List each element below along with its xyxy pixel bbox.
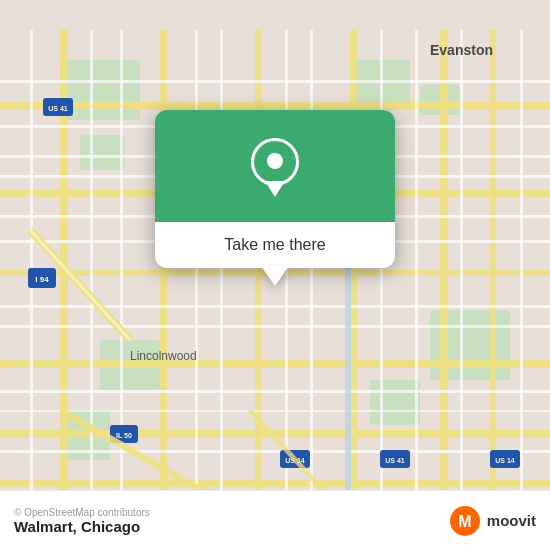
svg-rect-40	[380, 30, 383, 520]
popup-card[interactable]: Take me there	[155, 110, 395, 268]
svg-rect-29	[0, 390, 550, 393]
svg-rect-12	[0, 360, 550, 368]
svg-rect-30	[0, 410, 550, 412]
svg-text:I 94: I 94	[35, 275, 49, 284]
svg-rect-37	[220, 30, 223, 520]
svg-rect-42	[460, 30, 463, 520]
svg-rect-27	[0, 305, 550, 308]
svg-text:US 41: US 41	[48, 105, 68, 112]
attribution-text: © OpenStreetMap contributors	[14, 507, 150, 518]
svg-rect-14	[0, 480, 550, 487]
map-container: I 94 US 41 IL 50 US 14 US 41 US 14 Evans…	[0, 0, 550, 550]
svg-rect-9	[0, 102, 550, 110]
svg-rect-34	[90, 30, 93, 520]
svg-text:US 14: US 14	[495, 457, 515, 464]
bottom-left: © OpenStreetMap contributors Walmart, Ch…	[14, 507, 150, 535]
svg-rect-21	[0, 80, 550, 83]
svg-text:US 41: US 41	[385, 457, 405, 464]
svg-text:Evanston: Evanston	[430, 42, 493, 58]
location-pin-icon	[249, 138, 301, 198]
popup-header	[155, 110, 395, 222]
svg-rect-31	[0, 450, 550, 453]
svg-rect-41	[415, 30, 418, 520]
svg-rect-46	[345, 230, 351, 520]
svg-rect-39	[310, 30, 313, 520]
svg-rect-18	[350, 30, 357, 520]
svg-rect-28	[0, 325, 550, 328]
svg-rect-2	[80, 135, 125, 170]
svg-rect-20	[490, 30, 496, 520]
svg-text:Lincolnwood: Lincolnwood	[130, 349, 197, 363]
svg-rect-19	[440, 30, 448, 520]
svg-rect-43	[520, 30, 523, 520]
moovit-icon: M	[449, 505, 481, 537]
svg-text:M: M	[458, 513, 471, 530]
moovit-logo: M moovit	[449, 505, 536, 537]
svg-rect-16	[160, 30, 167, 520]
place-name: Walmart, Chicago	[14, 518, 150, 535]
svg-text:IL 50: IL 50	[116, 432, 132, 439]
bottom-bar: © OpenStreetMap contributors Walmart, Ch…	[0, 490, 550, 550]
take-me-there-button[interactable]: Take me there	[208, 222, 341, 268]
moovit-text: moovit	[487, 512, 536, 529]
svg-rect-36	[195, 30, 198, 520]
svg-rect-6	[370, 380, 420, 425]
